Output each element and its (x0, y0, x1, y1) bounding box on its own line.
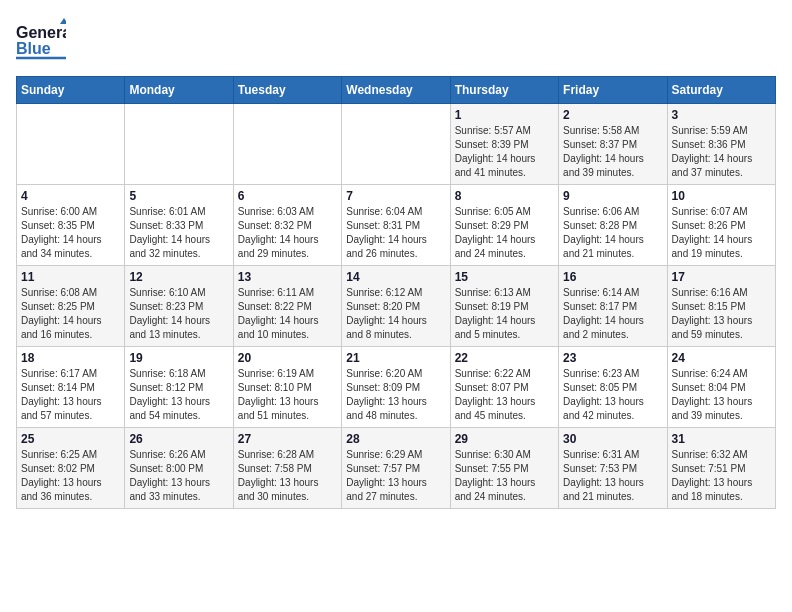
calendar-week-3: 18Sunrise: 6:17 AM Sunset: 8:14 PM Dayli… (17, 347, 776, 428)
day-info: Sunrise: 5:57 AM Sunset: 8:39 PM Dayligh… (455, 124, 554, 180)
day-info: Sunrise: 6:13 AM Sunset: 8:19 PM Dayligh… (455, 286, 554, 342)
day-info: Sunrise: 6:10 AM Sunset: 8:23 PM Dayligh… (129, 286, 228, 342)
calendar-cell (342, 104, 450, 185)
day-number: 10 (672, 189, 771, 203)
calendar-table: SundayMondayTuesdayWednesdayThursdayFrid… (16, 76, 776, 509)
day-number: 5 (129, 189, 228, 203)
day-number: 12 (129, 270, 228, 284)
calendar-cell: 19Sunrise: 6:18 AM Sunset: 8:12 PM Dayli… (125, 347, 233, 428)
day-info: Sunrise: 6:03 AM Sunset: 8:32 PM Dayligh… (238, 205, 337, 261)
calendar-cell: 25Sunrise: 6:25 AM Sunset: 8:02 PM Dayli… (17, 428, 125, 509)
calendar-cell: 28Sunrise: 6:29 AM Sunset: 7:57 PM Dayli… (342, 428, 450, 509)
calendar-cell: 1Sunrise: 5:57 AM Sunset: 8:39 PM Daylig… (450, 104, 558, 185)
day-number: 23 (563, 351, 662, 365)
calendar-week-2: 11Sunrise: 6:08 AM Sunset: 8:25 PM Dayli… (17, 266, 776, 347)
day-info: Sunrise: 6:22 AM Sunset: 8:07 PM Dayligh… (455, 367, 554, 423)
day-number: 8 (455, 189, 554, 203)
calendar-week-4: 25Sunrise: 6:25 AM Sunset: 8:02 PM Dayli… (17, 428, 776, 509)
day-info: Sunrise: 5:59 AM Sunset: 8:36 PM Dayligh… (672, 124, 771, 180)
weekday-wednesday: Wednesday (342, 77, 450, 104)
day-number: 30 (563, 432, 662, 446)
day-info: Sunrise: 6:18 AM Sunset: 8:12 PM Dayligh… (129, 367, 228, 423)
day-number: 24 (672, 351, 771, 365)
day-info: Sunrise: 6:06 AM Sunset: 8:28 PM Dayligh… (563, 205, 662, 261)
day-info: Sunrise: 6:29 AM Sunset: 7:57 PM Dayligh… (346, 448, 445, 504)
calendar-cell: 29Sunrise: 6:30 AM Sunset: 7:55 PM Dayli… (450, 428, 558, 509)
logo: General Blue (16, 16, 66, 64)
calendar-cell (125, 104, 233, 185)
calendar-cell (233, 104, 341, 185)
day-number: 22 (455, 351, 554, 365)
weekday-tuesday: Tuesday (233, 77, 341, 104)
svg-text:General: General (16, 24, 66, 41)
calendar-cell: 21Sunrise: 6:20 AM Sunset: 8:09 PM Dayli… (342, 347, 450, 428)
day-number: 19 (129, 351, 228, 365)
day-info: Sunrise: 6:08 AM Sunset: 8:25 PM Dayligh… (21, 286, 120, 342)
day-info: Sunrise: 6:05 AM Sunset: 8:29 PM Dayligh… (455, 205, 554, 261)
calendar-cell: 16Sunrise: 6:14 AM Sunset: 8:17 PM Dayli… (559, 266, 667, 347)
day-number: 13 (238, 270, 337, 284)
calendar-cell: 3Sunrise: 5:59 AM Sunset: 8:36 PM Daylig… (667, 104, 775, 185)
weekday-saturday: Saturday (667, 77, 775, 104)
day-info: Sunrise: 6:26 AM Sunset: 8:00 PM Dayligh… (129, 448, 228, 504)
calendar-cell: 27Sunrise: 6:28 AM Sunset: 7:58 PM Dayli… (233, 428, 341, 509)
weekday-header-row: SundayMondayTuesdayWednesdayThursdayFrid… (17, 77, 776, 104)
day-number: 27 (238, 432, 337, 446)
day-info: Sunrise: 5:58 AM Sunset: 8:37 PM Dayligh… (563, 124, 662, 180)
calendar-cell: 31Sunrise: 6:32 AM Sunset: 7:51 PM Dayli… (667, 428, 775, 509)
calendar-cell: 24Sunrise: 6:24 AM Sunset: 8:04 PM Dayli… (667, 347, 775, 428)
calendar-cell: 12Sunrise: 6:10 AM Sunset: 8:23 PM Dayli… (125, 266, 233, 347)
day-number: 1 (455, 108, 554, 122)
day-info: Sunrise: 6:14 AM Sunset: 8:17 PM Dayligh… (563, 286, 662, 342)
day-number: 26 (129, 432, 228, 446)
day-info: Sunrise: 6:20 AM Sunset: 8:09 PM Dayligh… (346, 367, 445, 423)
day-number: 7 (346, 189, 445, 203)
day-info: Sunrise: 6:32 AM Sunset: 7:51 PM Dayligh… (672, 448, 771, 504)
day-number: 31 (672, 432, 771, 446)
day-number: 4 (21, 189, 120, 203)
weekday-monday: Monday (125, 77, 233, 104)
calendar-cell: 9Sunrise: 6:06 AM Sunset: 8:28 PM Daylig… (559, 185, 667, 266)
day-number: 16 (563, 270, 662, 284)
day-number: 25 (21, 432, 120, 446)
day-info: Sunrise: 6:12 AM Sunset: 8:20 PM Dayligh… (346, 286, 445, 342)
day-number: 11 (21, 270, 120, 284)
calendar-cell: 17Sunrise: 6:16 AM Sunset: 8:15 PM Dayli… (667, 266, 775, 347)
day-info: Sunrise: 6:04 AM Sunset: 8:31 PM Dayligh… (346, 205, 445, 261)
day-number: 14 (346, 270, 445, 284)
day-info: Sunrise: 6:00 AM Sunset: 8:35 PM Dayligh… (21, 205, 120, 261)
day-info: Sunrise: 6:23 AM Sunset: 8:05 PM Dayligh… (563, 367, 662, 423)
svg-marker-2 (60, 18, 66, 24)
day-info: Sunrise: 6:25 AM Sunset: 8:02 PM Dayligh… (21, 448, 120, 504)
day-number: 3 (672, 108, 771, 122)
calendar-cell: 11Sunrise: 6:08 AM Sunset: 8:25 PM Dayli… (17, 266, 125, 347)
day-info: Sunrise: 6:28 AM Sunset: 7:58 PM Dayligh… (238, 448, 337, 504)
day-info: Sunrise: 6:31 AM Sunset: 7:53 PM Dayligh… (563, 448, 662, 504)
calendar-cell: 14Sunrise: 6:12 AM Sunset: 8:20 PM Dayli… (342, 266, 450, 347)
day-number: 17 (672, 270, 771, 284)
calendar-cell: 20Sunrise: 6:19 AM Sunset: 8:10 PM Dayli… (233, 347, 341, 428)
day-info: Sunrise: 6:01 AM Sunset: 8:33 PM Dayligh… (129, 205, 228, 261)
weekday-friday: Friday (559, 77, 667, 104)
calendar-cell: 6Sunrise: 6:03 AM Sunset: 8:32 PM Daylig… (233, 185, 341, 266)
day-number: 21 (346, 351, 445, 365)
day-info: Sunrise: 6:16 AM Sunset: 8:15 PM Dayligh… (672, 286, 771, 342)
calendar-cell: 18Sunrise: 6:17 AM Sunset: 8:14 PM Dayli… (17, 347, 125, 428)
calendar-cell: 10Sunrise: 6:07 AM Sunset: 8:26 PM Dayli… (667, 185, 775, 266)
day-info: Sunrise: 6:07 AM Sunset: 8:26 PM Dayligh… (672, 205, 771, 261)
day-number: 15 (455, 270, 554, 284)
svg-text:Blue: Blue (16, 40, 51, 57)
calendar-cell: 15Sunrise: 6:13 AM Sunset: 8:19 PM Dayli… (450, 266, 558, 347)
calendar-cell (17, 104, 125, 185)
calendar-cell: 23Sunrise: 6:23 AM Sunset: 8:05 PM Dayli… (559, 347, 667, 428)
logo-icon: General Blue (16, 16, 66, 64)
day-number: 29 (455, 432, 554, 446)
day-number: 9 (563, 189, 662, 203)
calendar-header: SundayMondayTuesdayWednesdayThursdayFrid… (17, 77, 776, 104)
day-info: Sunrise: 6:17 AM Sunset: 8:14 PM Dayligh… (21, 367, 120, 423)
weekday-sunday: Sunday (17, 77, 125, 104)
calendar-cell: 2Sunrise: 5:58 AM Sunset: 8:37 PM Daylig… (559, 104, 667, 185)
day-number: 28 (346, 432, 445, 446)
day-info: Sunrise: 6:24 AM Sunset: 8:04 PM Dayligh… (672, 367, 771, 423)
weekday-thursday: Thursday (450, 77, 558, 104)
